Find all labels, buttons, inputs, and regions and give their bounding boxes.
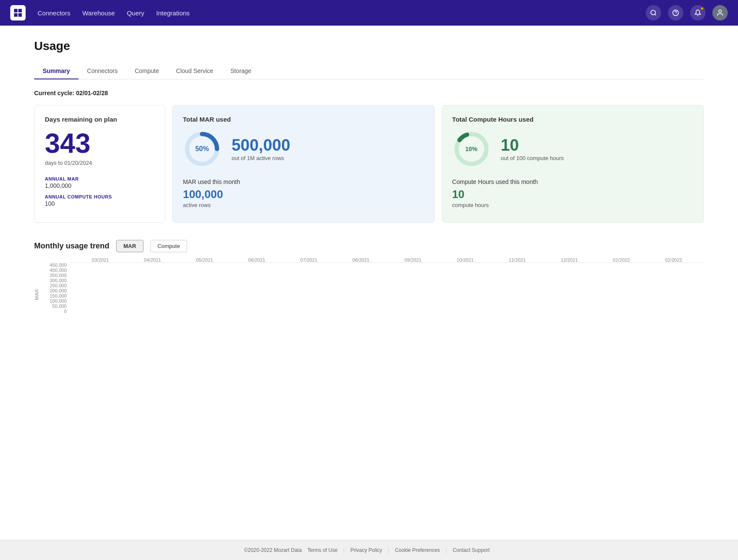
footer-support[interactable]: Contact Support (453, 547, 490, 553)
help-button[interactable] (668, 5, 683, 20)
cards-row: Days remaining on plan 343 days to 01/20… (34, 105, 704, 223)
y-label: 250,000 (50, 283, 67, 288)
compute-top: 10% 10 out of 100 compute hours (452, 130, 693, 168)
chart-section: Monthly usage trend MAR Compute MAR 450,… (34, 240, 704, 327)
search-button[interactable] (646, 5, 661, 20)
tab-storage[interactable]: Storage (222, 63, 260, 79)
nav-integrations[interactable]: Integrations (156, 9, 190, 17)
footer-terms[interactable]: Terms of Use (308, 547, 338, 553)
chart-wrap: MAR 450,000400,000350,000300,000250,0002… (34, 262, 704, 327)
x-label: 07/2021 (283, 257, 335, 262)
nav-connectors[interactable]: Connectors (38, 9, 70, 17)
current-cycle: Current cycle: 02/01-02/28 (34, 90, 704, 96)
x-label: 09/2021 (387, 257, 439, 262)
tab-compute[interactable]: Compute (126, 63, 167, 79)
card-mar-label: Total MAR used (183, 116, 424, 123)
page-title: Usage (34, 39, 704, 53)
x-label: 04/2021 (126, 257, 179, 262)
compute-month-sub: compute hours (452, 202, 693, 208)
tab-summary[interactable]: Summary (34, 63, 79, 79)
card-mar: Total MAR used 50% 500,000 out of 1M act… (172, 105, 434, 223)
annual-mar-label: ANNUAL MAR (45, 176, 155, 181)
y-label: 400,000 (50, 268, 67, 273)
y-label: 100,000 (50, 298, 67, 303)
y-axis-title: MAR (34, 289, 39, 300)
compute-month-label: Compute Hours used this month (452, 178, 693, 185)
svg-point-8 (719, 10, 721, 12)
mar-donut: 50% (183, 130, 221, 168)
chart-title: Monthly usage trend (34, 242, 109, 251)
grid-line (70, 262, 704, 263)
y-label: 0 (64, 309, 67, 314)
footer-copyright: ©2020-2022 Mozart Data (244, 547, 302, 553)
mar-total-value: 500,000 (231, 137, 290, 153)
chart-toggle-compute[interactable]: Compute (150, 240, 187, 252)
y-label: 350,000 (50, 273, 67, 278)
compute-total-sub: out of 100 compute hours (501, 155, 564, 161)
chart-header: Monthly usage trend MAR Compute (34, 240, 704, 252)
compute-total-value: 10 (501, 137, 564, 153)
mar-month-value: 100,000 (183, 188, 424, 201)
footer-cookies[interactable]: Cookie Preferences (395, 547, 440, 553)
notifications-button[interactable] (690, 5, 706, 20)
annual-mar-value: 1,000,000 (45, 182, 155, 189)
mar-top: 50% 500,000 out of 1M active rows (183, 130, 424, 168)
y-label: 200,000 (50, 288, 67, 293)
days-sub: days to 01/20/2024 (45, 160, 155, 166)
x-label: 06/2021 (231, 257, 283, 262)
svg-rect-3 (18, 13, 22, 17)
y-label: 450,000 (50, 262, 67, 268)
tab-connectors[interactable]: Connectors (79, 63, 126, 79)
svg-line-5 (655, 14, 656, 15)
svg-rect-1 (18, 9, 22, 12)
x-label: 08/2021 (335, 257, 387, 262)
tab-cloud-service[interactable]: Cloud Service (167, 63, 222, 79)
card-compute-label: Total Compute Hours used (452, 116, 693, 123)
x-label: 02/2022 (647, 257, 700, 262)
logo[interactable] (10, 5, 26, 20)
navbar: Connectors Warehouse Query Integrations (0, 0, 738, 26)
compute-total-wrap: 10 out of 100 compute hours (501, 137, 564, 161)
user-avatar[interactable] (712, 5, 728, 20)
main-content: Usage Summary Connectors Compute Cloud S… (0, 26, 738, 540)
footer: ©2020-2022 Mozart Data Terms of Use | Pr… (0, 540, 738, 560)
chart-toggle-mar[interactable]: MAR (116, 240, 144, 252)
card-plan-label: Days remaining on plan (45, 116, 155, 123)
x-label: 11/2021 (491, 257, 543, 262)
card-plan: Days remaining on plan 343 days to 01/20… (34, 105, 165, 223)
mar-total-wrap: 500,000 out of 1M active rows (231, 137, 290, 161)
compute-donut-label: 10% (466, 146, 477, 152)
x-labels: 03/202104/202105/202106/202107/202108/20… (70, 257, 704, 262)
svg-point-4 (651, 10, 656, 15)
svg-rect-0 (14, 9, 18, 12)
footer-privacy[interactable]: Privacy Policy (350, 547, 382, 553)
annual-compute-value: 100 (45, 200, 155, 207)
days-number: 343 (45, 130, 155, 157)
mar-donut-label: 50% (195, 145, 209, 153)
navbar-actions (646, 5, 728, 20)
x-label: 01/2022 (595, 257, 647, 262)
mar-month-label: MAR used this month (183, 178, 424, 185)
y-label: 300,000 (50, 278, 67, 283)
svg-rect-2 (14, 13, 18, 17)
x-label: 10/2021 (439, 257, 491, 262)
mar-total-sub: out of 1M active rows (231, 155, 290, 161)
y-axis: 450,000400,000350,000300,000250,000200,0… (41, 262, 67, 327)
x-label: 12/2021 (543, 257, 595, 262)
y-label: 50,000 (52, 303, 67, 309)
y-label: 150,000 (50, 293, 67, 298)
nav-links: Connectors Warehouse Query Integrations (38, 9, 646, 17)
nav-query[interactable]: Query (127, 9, 144, 17)
x-label: 05/2021 (179, 257, 231, 262)
nav-warehouse[interactable]: Warehouse (82, 9, 115, 17)
tabs-container: Summary Connectors Compute Cloud Service… (34, 63, 704, 79)
y-axis-title-wrap: MAR (34, 262, 41, 327)
notification-dot (700, 7, 704, 10)
compute-month-value: 10 (452, 188, 693, 201)
mar-month-sub: active rows (183, 202, 424, 208)
card-compute: Total Compute Hours used 10% 10 out of 1… (442, 105, 704, 223)
x-label: 03/2021 (74, 257, 126, 262)
annual-compute-label: ANNUAL COMPUTE HOURS (45, 194, 155, 199)
compute-donut: 10% (452, 130, 491, 168)
